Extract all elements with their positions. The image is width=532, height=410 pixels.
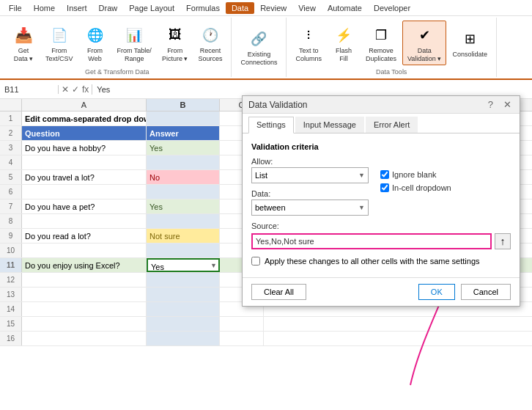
cell-a11[interactable]: Do you enjoy using Excel? xyxy=(22,258,147,272)
menu-file[interactable]: File xyxy=(3,2,28,14)
menu-automate[interactable]: Automate xyxy=(322,2,368,14)
menu-page-layout[interactable]: Page Layout xyxy=(123,2,180,14)
ok-button[interactable]: OK xyxy=(418,284,455,300)
remove-duplicates-button[interactable]: ❐ RemoveDuplicates xyxy=(361,21,401,65)
table-row: 16 xyxy=(0,332,532,346)
clear-all-button[interactable]: Clear All xyxy=(251,284,306,300)
from-web-button[interactable]: 🌐 FromWeb xyxy=(79,21,111,65)
text-to-columns-label: Text toColumns xyxy=(295,47,322,63)
in-cell-dropdown-row[interactable]: In-cell dropdown xyxy=(380,183,451,192)
data-value: between xyxy=(255,203,286,212)
cell-b3[interactable]: Yes xyxy=(147,141,220,155)
data-label: Data: xyxy=(251,189,369,198)
cell-a14[interactable] xyxy=(22,302,147,316)
cell-b12[interactable] xyxy=(147,273,220,287)
get-data-button[interactable]: 📥 GetData ▾ xyxy=(7,21,40,65)
from-text-csv-button[interactable]: 📄 FromText/CSV xyxy=(41,21,78,65)
tab-input-message[interactable]: Input Message xyxy=(295,117,364,133)
cell-b15[interactable] xyxy=(147,317,220,331)
source-input[interactable] xyxy=(251,233,492,249)
menu-developer[interactable]: Developer xyxy=(368,2,416,14)
apply-all-checkbox[interactable] xyxy=(251,257,260,266)
cell-b5[interactable]: No xyxy=(147,170,220,184)
text-to-columns-button[interactable]: ⫶ Text toColumns xyxy=(291,21,326,65)
menu-data[interactable]: Data xyxy=(226,2,254,14)
menu-home[interactable]: Home xyxy=(28,2,61,14)
cell-a7[interactable]: Do you have a pet? xyxy=(22,199,147,213)
menu-review[interactable]: Review xyxy=(254,2,292,14)
dialog-close-button[interactable]: ✕ xyxy=(501,99,514,110)
cell-b11[interactable]: Yes ▼ xyxy=(147,258,220,272)
ignore-blank-checkbox[interactable] xyxy=(380,170,389,179)
cell-a16[interactable] xyxy=(22,332,147,345)
cell-b6[interactable] xyxy=(147,185,220,199)
menu-formulas[interactable]: Formulas xyxy=(180,2,226,14)
source-expand-button[interactable]: ↑ xyxy=(495,233,511,249)
cell-a12[interactable] xyxy=(22,273,147,287)
expand-icon[interactable]: ✕ xyxy=(62,84,69,95)
get-data-icon: 📥 xyxy=(12,23,35,47)
cell-a2[interactable]: Question xyxy=(22,126,147,140)
menu-view[interactable]: View xyxy=(292,2,322,14)
flash-fill-label: FlashFill xyxy=(336,47,352,63)
menu-draw[interactable]: Draw xyxy=(93,2,124,14)
cell-a3[interactable]: Do you have a hobby? xyxy=(22,141,147,155)
function-icon[interactable]: fx xyxy=(82,84,89,95)
menu-insert[interactable]: Insert xyxy=(61,2,93,14)
cell-c16[interactable] xyxy=(220,332,264,345)
checkmark-icon[interactable]: ✓ xyxy=(72,84,79,95)
existing-connections-button[interactable]: 🔗 ExistingConnections xyxy=(236,25,281,69)
row-number-5: 5 xyxy=(0,170,22,184)
cell-b16[interactable] xyxy=(147,332,220,345)
cell-a10[interactable] xyxy=(22,244,147,257)
tab-settings[interactable]: Settings xyxy=(248,117,294,133)
recent-sources-button[interactable]: 🕐 RecentSources xyxy=(193,21,226,65)
tab-error-alert[interactable]: Error Alert xyxy=(366,117,418,133)
cell-a9[interactable]: Do you read a lot? xyxy=(22,229,147,243)
cell-b2[interactable]: Answer xyxy=(147,126,220,140)
cell-a5[interactable]: Do you travel a lot? xyxy=(22,170,147,184)
cell-a8[interactable] xyxy=(22,214,147,228)
cell-a1[interactable]: Edit comma-separated drop down list xyxy=(22,111,147,125)
consolidate-icon: ⊞ xyxy=(458,27,481,51)
cell-b8[interactable] xyxy=(147,214,220,228)
cell-b13[interactable] xyxy=(147,288,220,301)
data-validation-dialog: Data Validation ? ✕ Settings Input Messa… xyxy=(242,95,520,307)
cell-b4[interactable] xyxy=(147,155,220,169)
ribbon-buttons-data-tools: ⫶ Text toColumns ⚡ FlashFill ❐ RemoveDup… xyxy=(291,19,491,67)
dialog-body: Validation criteria Allow: List ▼ Data: … xyxy=(243,133,520,274)
in-cell-dropdown-checkbox[interactable] xyxy=(380,183,389,192)
two-col-layout: Allow: List ▼ Data: between ▼ xyxy=(251,157,511,222)
col-header-a[interactable]: A xyxy=(22,99,147,111)
data-validation-label: DataValidation ▾ xyxy=(407,47,441,63)
cell-c15[interactable] xyxy=(220,317,264,331)
ignore-blank-row[interactable]: Ignore blank xyxy=(380,170,451,179)
cell-b1[interactable] xyxy=(147,111,220,125)
row-number-2: 2 xyxy=(0,126,22,140)
text-to-columns-icon: ⫶ xyxy=(297,23,320,47)
cell-a13[interactable] xyxy=(22,288,147,301)
col-header-b[interactable]: B xyxy=(147,99,220,111)
cell-a15[interactable] xyxy=(22,317,147,331)
flash-fill-button[interactable]: ⚡ FlashFill xyxy=(328,21,360,65)
dialog-question-button[interactable]: ? xyxy=(486,99,495,110)
allow-select[interactable]: List ▼ xyxy=(251,167,369,183)
row-number-14: 14 xyxy=(0,302,22,316)
cell-a6[interactable] xyxy=(22,185,147,199)
menu-bar: File Home Insert Draw Page Layout Formul… xyxy=(0,0,532,16)
cell-a4[interactable] xyxy=(22,155,147,169)
cell-reference[interactable]: B11 xyxy=(0,85,59,94)
cell-b9[interactable]: Not sure xyxy=(147,229,220,243)
cell-b10[interactable] xyxy=(147,244,220,257)
cell-b14[interactable] xyxy=(147,302,220,316)
cell-b7[interactable]: Yes xyxy=(147,199,220,213)
cancel-button[interactable]: Cancel xyxy=(461,284,511,300)
apply-label: Apply these changes to all other cells w… xyxy=(265,257,480,266)
data-validation-button[interactable]: ✔ DataValidation ▾ xyxy=(402,21,446,66)
dialog-controls: ? ✕ xyxy=(486,99,514,110)
from-table-range-button[interactable]: 📊 From Table/Range xyxy=(113,21,156,65)
data-select[interactable]: between ▼ xyxy=(251,199,369,216)
consolidate-button[interactable]: ⊞ Consolidate xyxy=(448,25,492,61)
from-picture-button[interactable]: 🖼 FromPicture ▾ xyxy=(158,21,193,65)
recent-sources-icon: 🕐 xyxy=(199,23,222,47)
